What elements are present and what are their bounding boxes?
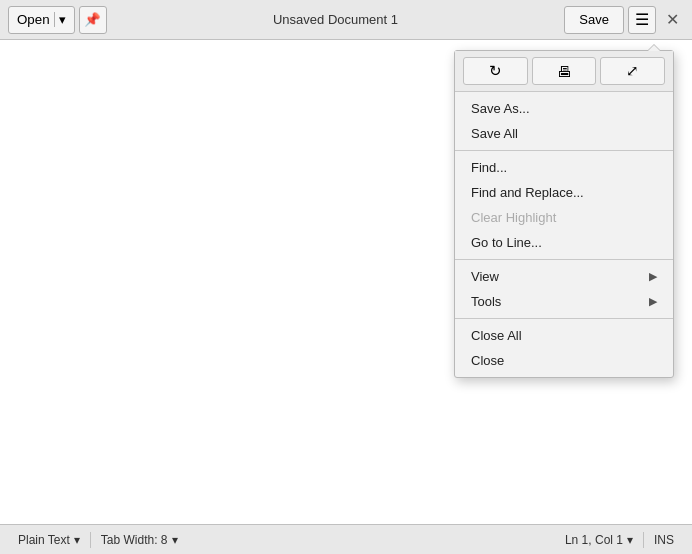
menu-item-save-all[interactable]: Save All [455, 121, 673, 146]
menu-item-clear-highlight: Clear Highlight [455, 205, 673, 230]
header: Open ▾ 📌 Unsaved Document 1 Save ☰ ✕ [0, 0, 692, 40]
menu-item-label: Close All [471, 328, 522, 343]
menu-item-close-all[interactable]: Close All [455, 323, 673, 348]
hamburger-menu-button[interactable]: ☰ [628, 6, 656, 34]
menu-item-label: Tools [471, 294, 501, 309]
menu-item-tools[interactable]: Tools▶ [455, 289, 673, 314]
menu-divider [455, 150, 673, 151]
document-title: Unsaved Document 1 [111, 12, 561, 27]
menu-divider [455, 318, 673, 319]
menu-item-label: Save All [471, 126, 518, 141]
cursor-position[interactable]: Ln 1, Col 1 ▾ [555, 533, 643, 547]
dropdown-menu: ↻ 🖶 ⤢ Save As...Save AllFind...Find and … [454, 50, 674, 378]
language-selector[interactable]: Plain Text ▾ [8, 525, 90, 554]
reload-icon: ↻ [489, 62, 502, 80]
tab-width-selector[interactable]: Tab Width: 8 ▾ [91, 525, 188, 554]
statusbar-right: Ln 1, Col 1 ▾ INS [555, 532, 684, 548]
menu-item-label: Save As... [471, 101, 530, 116]
menu-item-label: Find and Replace... [471, 185, 584, 200]
menu-item-find-replace[interactable]: Find and Replace... [455, 180, 673, 205]
menu-section-main: Save As...Save AllFind...Find and Replac… [455, 92, 673, 377]
menu-expand-button[interactable]: ⤢ [600, 57, 665, 85]
menu-item-label: Find... [471, 160, 507, 175]
language-label: Plain Text [18, 533, 70, 547]
menu-divider [455, 259, 673, 260]
close-window-button[interactable]: ✕ [660, 8, 684, 32]
menu-print-button[interactable]: 🖶 [532, 57, 597, 85]
open-label: Open [17, 12, 50, 27]
menu-toolbar: ↻ 🖶 ⤢ [455, 51, 673, 92]
open-dropdown-arrow[interactable]: ▾ [54, 12, 66, 27]
statusbar: Plain Text ▾ Tab Width: 8 ▾ Ln 1, Col 1 … [0, 524, 692, 554]
open-button[interactable]: Open ▾ [8, 6, 75, 34]
ins-mode: INS [644, 533, 684, 547]
tab-width-dropdown-arrow: ▾ [172, 533, 178, 547]
position-dropdown-arrow: ▾ [627, 533, 633, 547]
menu-item-label: Clear Highlight [471, 210, 556, 225]
pin-icon: 📌 [84, 12, 101, 27]
menu-item-find[interactable]: Find... [455, 155, 673, 180]
menu-item-save-as[interactable]: Save As... [455, 96, 673, 121]
menu-item-view[interactable]: View▶ [455, 264, 673, 289]
submenu-arrow-icon: ▶ [649, 295, 657, 308]
submenu-arrow-icon: ▶ [649, 270, 657, 283]
save-button[interactable]: Save [564, 6, 624, 34]
menu-reload-button[interactable]: ↻ [463, 57, 528, 85]
language-dropdown-arrow: ▾ [74, 533, 80, 547]
menu-item-label: Go to Line... [471, 235, 542, 250]
menu-item-label: View [471, 269, 499, 284]
expand-icon: ⤢ [626, 62, 639, 80]
tab-width-label: Tab Width: 8 [101, 533, 168, 547]
menu-item-label: Close [471, 353, 504, 368]
position-label: Ln 1, Col 1 [565, 533, 623, 547]
menu-item-go-to-line[interactable]: Go to Line... [455, 230, 673, 255]
menu-item-close[interactable]: Close [455, 348, 673, 373]
hamburger-icon: ☰ [635, 10, 649, 29]
print-icon: 🖶 [557, 63, 572, 80]
pin-button[interactable]: 📌 [79, 6, 107, 34]
